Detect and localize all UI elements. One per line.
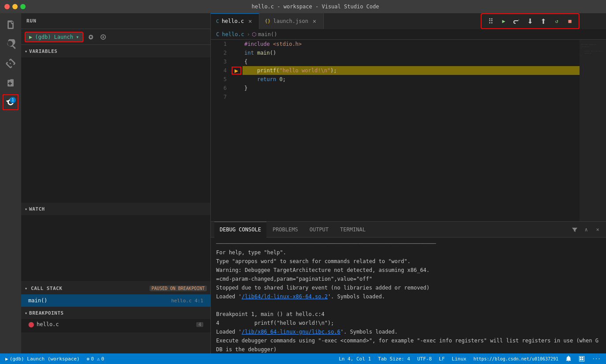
tab-close-hello-c[interactable]: × bbox=[247, 18, 254, 25]
debug-badge: 1 bbox=[10, 97, 16, 103]
status-bell-icon[interactable] bbox=[564, 356, 573, 362]
status-more-icon[interactable]: ··· bbox=[590, 356, 602, 362]
tab-launch-json[interactable]: {} launch.json × bbox=[259, 13, 324, 29]
tab-c-icon: C bbox=[216, 19, 219, 24]
callstack-header[interactable]: ▾ CALL STACK PAUSED ON BREAKPOINT bbox=[21, 282, 210, 294]
callstack-title: CALL STACK bbox=[31, 286, 62, 291]
editor-area: ⠿ ▶ ↺ ■ C hello.c × bbox=[211, 13, 606, 353]
url-text: https://blog.csdn.net/u010637291 bbox=[473, 357, 558, 361]
launch-label: (gdb) Launch bbox=[35, 34, 73, 40]
tab-hello-c[interactable]: C hello.c × bbox=[211, 13, 259, 29]
position-text: Ln 4, Col 1 bbox=[339, 356, 371, 362]
breadcrumb-file[interactable]: C bbox=[216, 31, 219, 37]
line-num-7: 7 bbox=[214, 93, 227, 101]
breadcrumb-symbol-icon: ⬡ bbox=[252, 31, 256, 37]
breadcrumb-separator: › bbox=[247, 31, 250, 37]
libc-link[interactable]: /lib/x86_64-linux-gnu/libc.so.6 bbox=[242, 329, 340, 335]
ld-link[interactable]: /lib64/ld-linux-x86-64.so.2 bbox=[242, 293, 328, 300]
status-debug-label: (gdb) Launch (workspace) bbox=[10, 356, 80, 362]
status-position[interactable]: Ln 4, Col 1 bbox=[337, 356, 373, 362]
watch-header[interactable]: ▾ WATCH bbox=[21, 203, 210, 215]
status-encoding[interactable]: UTF-8 bbox=[415, 356, 434, 362]
line-num-5: 5 bbox=[214, 75, 227, 84]
activity-explorer[interactable] bbox=[3, 17, 19, 33]
tab-terminal[interactable]: TERMINAL bbox=[335, 222, 371, 238]
code-line-2[interactable]: int main () bbox=[243, 48, 580, 57]
run-title: RUN bbox=[26, 18, 37, 24]
minimize-dot[interactable] bbox=[12, 4, 18, 9]
breakpoint-check-icon: ⬤ bbox=[28, 321, 34, 327]
debug-toolbar: ⠿ ▶ ↺ ■ bbox=[481, 13, 580, 29]
debug-arrow-icon: ▶ bbox=[235, 67, 238, 74]
code-string: "hello world!\n" bbox=[280, 66, 331, 75]
code-line-6[interactable]: } bbox=[243, 84, 580, 93]
activity-git[interactable] bbox=[3, 56, 19, 71]
console-line-breakpoint: Breakpoint 1, main () at hello.c:4 bbox=[216, 310, 601, 319]
breadcrumb-symbol: main() bbox=[258, 31, 277, 37]
line-num-1: 1 bbox=[214, 40, 227, 48]
code-area[interactable]: 1 2 3 4 5 6 7 ▶ bbox=[211, 40, 606, 221]
debug-restart-btn[interactable]: ↺ bbox=[550, 15, 563, 27]
activity-extensions[interactable] bbox=[3, 75, 19, 91]
tab-output[interactable]: OUTPUT bbox=[304, 222, 334, 238]
variables-section: ▾ VARIABLES bbox=[21, 45, 210, 203]
variables-title: VARIABLES bbox=[29, 48, 57, 54]
debug-gutter: ▶ bbox=[230, 40, 243, 221]
code-lines[interactable]: #include <stdio.h> int main () { bbox=[243, 40, 580, 221]
panel-filter-icon[interactable] bbox=[570, 225, 580, 234]
breakpoint-item[interactable]: ⬤ hello.c 4 bbox=[21, 319, 210, 330]
panel-collapse-icon[interactable]: ∧ bbox=[581, 225, 591, 234]
debug-launch-select[interactable]: ▶ (gdb) Launch ▾ bbox=[25, 32, 83, 42]
gear-icon[interactable] bbox=[86, 32, 96, 42]
debug-continue-btn[interactable]: ▶ bbox=[498, 15, 510, 27]
minimap: #include <stdio.h> int main() { printf("… bbox=[580, 40, 606, 221]
callstack-line: 4:1 bbox=[195, 298, 203, 304]
line-ending-text: LF bbox=[439, 356, 445, 362]
debug-step-into-btn[interactable] bbox=[524, 15, 536, 27]
tab-size-text: Tab Size: 4 bbox=[378, 356, 410, 362]
maximize-dot[interactable] bbox=[20, 4, 26, 9]
tab-debug-console[interactable]: DEBUG CONSOLE bbox=[214, 222, 266, 238]
close-dot[interactable] bbox=[4, 4, 10, 9]
console-line-ld: Loaded '/lib64/ld-linux-x86-64.so.2'. Sy… bbox=[216, 292, 601, 301]
status-tab-size[interactable]: Tab Size: 4 bbox=[376, 356, 412, 362]
activity-debug[interactable]: 1 bbox=[3, 94, 19, 110]
debug-stop-btn[interactable]: ■ bbox=[564, 15, 576, 27]
status-errors[interactable]: ⊗ 0 ⚠ 0 bbox=[85, 356, 106, 362]
gutter-6 bbox=[230, 84, 243, 93]
debug-step-over-btn[interactable] bbox=[511, 15, 523, 27]
callstack-function: main() bbox=[28, 297, 47, 304]
line-num-4: 4 bbox=[214, 66, 227, 75]
tab-problems[interactable]: PROBLEMS bbox=[267, 222, 303, 238]
line-num-3: 3 bbox=[214, 57, 227, 66]
status-line-ending[interactable]: LF bbox=[437, 356, 446, 362]
console-line-printf: 4 printf("hello world!\n"); bbox=[216, 319, 601, 327]
status-debug-config[interactable]: ▶ (gdb) Launch (workspace) bbox=[4, 356, 82, 362]
debug-dots-btn[interactable]: ⠿ bbox=[484, 15, 497, 27]
code-int-kw: int bbox=[244, 48, 254, 57]
window-controls[interactable] bbox=[4, 4, 26, 9]
breakpoints-header[interactable]: ▾ BREAKPOINTS bbox=[21, 307, 210, 319]
status-layout-icon[interactable] bbox=[577, 356, 587, 362]
run-header: RUN bbox=[21, 13, 210, 29]
open-launch-json-icon[interactable] bbox=[98, 32, 108, 42]
panel-tabs: DEBUG CONSOLE PROBLEMS OUTPUT TERMINAL ∧… bbox=[211, 222, 606, 238]
variables-content bbox=[21, 57, 210, 203]
code-line-1[interactable]: #include <stdio.h> bbox=[243, 40, 580, 48]
variables-header[interactable]: ▾ VARIABLES bbox=[21, 45, 210, 57]
panel-close-icon[interactable]: × bbox=[593, 225, 602, 234]
callstack-item[interactable]: main() hello.c 4:1 bbox=[21, 294, 210, 307]
code-line-7[interactable] bbox=[243, 93, 580, 101]
code-line-5[interactable]: return 0 ; bbox=[243, 75, 580, 84]
breadcrumb: C hello.c › ⬡ main() bbox=[211, 29, 606, 40]
code-line-3[interactable]: { bbox=[243, 57, 580, 66]
status-url[interactable]: https://blog.csdn.net/u010637291 bbox=[471, 357, 560, 361]
language-text: Linux bbox=[452, 356, 466, 362]
panel-area: DEBUG CONSOLE PROBLEMS OUTPUT TERMINAL ∧… bbox=[211, 221, 606, 353]
debug-step-out-btn[interactable] bbox=[537, 15, 550, 27]
tab-close-launch-json[interactable]: × bbox=[311, 18, 318, 25]
code-line-4[interactable]: printf ( "hello world!\n" ); bbox=[243, 66, 580, 75]
panel-content[interactable]: ────────────────────────────────────────… bbox=[211, 238, 606, 353]
activity-search[interactable] bbox=[3, 36, 19, 52]
status-language[interactable]: Linux bbox=[450, 356, 468, 362]
